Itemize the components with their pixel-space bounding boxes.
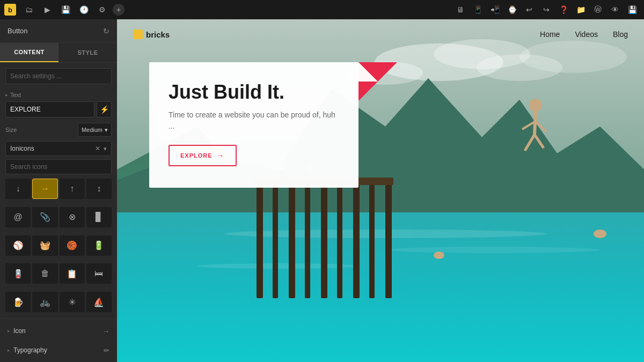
publish-icon[interactable]: 💾 [625,2,640,17]
icon-section-row[interactable]: Icon → [0,321,117,341]
typography-section-label: Typography [8,346,47,354]
icon-basketball[interactable]: 🏀 [60,235,85,256]
left-panel: Button ↻ CONTENT STYLE Search settings .… [0,19,117,362]
svg-point-10 [385,247,600,253]
icon-bar-chart[interactable]: ▊ [86,207,112,227]
icon-arrow-up[interactable]: ↑ [60,179,85,199]
size-select[interactable]: Medium ▾ [78,123,112,137]
icon-battery-half[interactable]: 🔋 [86,235,112,256]
settings-icon[interactable]: ⚙ [94,2,109,17]
main-layout: Button ↻ CONTENT STYLE Search settings .… [0,19,644,362]
app-logo[interactable]: b [4,4,16,16]
hero-button-label: EXPLORE [180,152,213,159]
text-section-label: Text [5,92,112,98]
nav-logo-text: bricks [146,30,170,39]
hero-explore-button[interactable]: EXPLORE → [169,145,237,166]
text-section: Text EXPLORE ⚡ [0,87,117,123]
icon-arrow-down[interactable]: ↓ [5,179,31,199]
hero-title: Just Build It. [169,82,339,103]
svg-rect-14 [289,178,295,298]
icon-arrow-updown[interactable]: ↕ [86,179,112,199]
svg-rect-19 [369,184,375,298]
icon-bluetooth[interactable]: ✳ [60,292,85,312]
clock-icon[interactable]: 🕐 [76,2,91,17]
panel-tabs: CONTENT STYLE [0,43,117,63]
wordpress-icon[interactable]: Ⓦ [590,2,605,17]
size-row: Size Medium ▾ [0,123,117,137]
svg-rect-17 [337,178,342,298]
folder-icon[interactable]: 📁 [573,2,588,17]
panel-header: Button ↻ [0,19,117,43]
tablet-view-icon[interactable]: 📱 [470,2,485,17]
text-icon-btn[interactable]: ⚡ [97,101,112,117]
icons-grid: ↓ → ↑ ↕ @ 📎 ⊗ ▊ ⚾ 🧺 🏀 🔋 🪫 🗑 📋 🛏 🍺 🚲 ✳ [5,179,112,319]
icon-basket[interactable]: 🧺 [32,235,57,256]
nav-link-blog[interactable]: Blog [613,30,628,39]
text-input-field[interactable]: EXPLORE [5,101,94,117]
preview-area: bricks Home Videos Blog Just Build It. T… [117,19,644,362]
save-icon[interactable]: 💾 [58,2,73,17]
svg-point-32 [594,230,606,238]
watch-view-icon[interactable]: ⌚ [504,2,519,17]
svg-rect-15 [305,183,310,298]
icon-boat[interactable]: ⛵ [86,292,112,312]
nav-links: Home Videos Blog [540,30,628,39]
icon-section-label: Icon [8,327,26,335]
undo-icon[interactable]: ↩ [522,2,537,17]
mobile-view-icon[interactable]: 📲 [487,2,502,17]
tab-content[interactable]: CONTENT [0,43,58,62]
svg-point-22 [529,99,542,112]
nav-link-home[interactable]: Home [540,30,560,39]
icon-close-circle[interactable]: ⊗ [60,207,85,227]
icon-beer[interactable]: 🍺 [5,292,31,312]
hero-button-arrow-icon: → [217,151,225,160]
icon-clipboard[interactable]: 📋 [60,263,85,284]
typography-section-row[interactable]: Typography ✏ [0,341,117,360]
text-input-row: EXPLORE ⚡ [5,101,112,117]
chevron-down-icon: ▾ [105,127,108,134]
clear-icon[interactable]: ✕ [95,145,100,152]
top-bar-right-actions: 🖥 📱 📲 ⌚ ↩ ↪ ❓ 📁 Ⓦ 👁 💾 [453,2,640,17]
icon-attach[interactable]: 📎 [32,207,57,227]
suitcase-icon[interactable]: 🗂 [21,2,36,17]
icon-section-arrow: → [103,327,109,335]
nav-link-videos[interactable]: Videos [575,30,598,39]
hero-subtitle: Time to create a website you can be prou… [169,109,339,132]
nav-logo: bricks [133,29,170,39]
dropdown-arrow-icon[interactable]: ▾ [104,145,107,152]
icon-library-name: Ionicons [10,145,92,152]
svg-rect-20 [385,178,392,298]
icon-bicycle[interactable]: 🚲 [32,292,57,312]
icon-battery-dead[interactable]: 🪫 [5,263,31,284]
svg-rect-12 [257,180,263,298]
icon-bed[interactable]: 🛏 [86,263,112,284]
add-element-button[interactable]: + [113,4,125,16]
nav-logo-icon [133,29,143,39]
icon-trash[interactable]: 🗑 [32,263,57,284]
help-icon[interactable]: ❓ [556,2,571,17]
icon-at[interactable]: @ [5,207,31,227]
panel-title: Button [8,27,28,35]
search-icons-input[interactable]: Search icons [5,159,112,174]
svg-line-23 [535,112,536,135]
tab-style[interactable]: STYLE [58,43,117,62]
icon-baseball[interactable]: ⚾ [5,235,31,256]
bottom-sections: Icon → Typography ✏ [0,319,117,362]
search-settings-input[interactable]: Search settings ... [5,68,112,84]
svg-rect-16 [321,180,327,298]
redo-icon[interactable]: ↪ [539,2,554,17]
preview-nav: bricks Home Videos Blog [117,19,644,49]
svg-rect-18 [353,180,360,298]
icon-arrow-forward[interactable]: → [32,179,57,199]
refresh-icon[interactable]: ↻ [103,27,109,35]
icon-picker-section: Ionicons ✕ ▾ Search icons ↓ → ↑ ↕ @ 📎 ⊗ … [0,141,117,319]
icon-library-selector[interactable]: Ionicons ✕ ▾ [5,141,112,156]
svg-point-33 [434,252,444,259]
typography-edit-icon: ✏ [104,346,109,354]
hero-card: Just Build It. Time to create a website … [149,62,358,188]
top-bar: b 🗂 ▶ 💾 🕐 ⚙ + 🖥 📱 📲 ⌚ ↩ ↪ ❓ 📁 Ⓦ 👁 💾 [0,0,644,19]
eye-icon[interactable]: 👁 [608,2,623,17]
desktop-view-icon[interactable]: 🖥 [453,2,468,17]
svg-rect-13 [273,186,278,298]
play-icon[interactable]: ▶ [40,2,55,17]
